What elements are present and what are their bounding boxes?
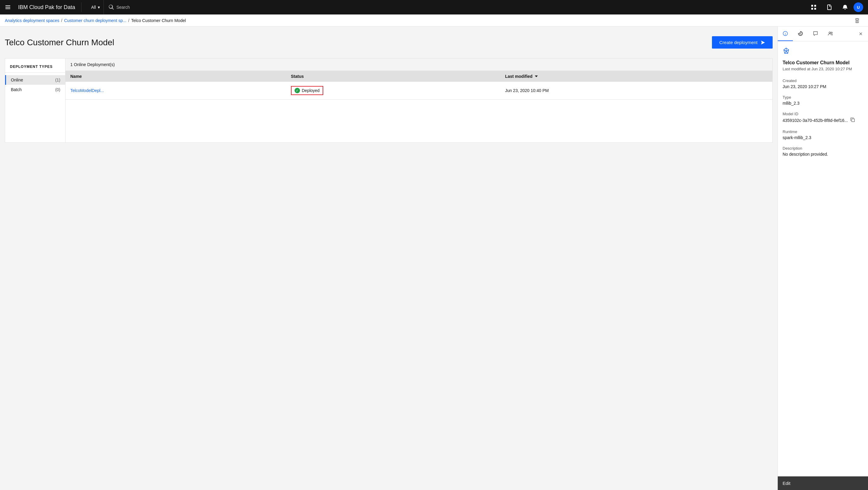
search-icon bbox=[108, 4, 114, 10]
svg-rect-4 bbox=[814, 5, 816, 7]
tab-info[interactable]: i bbox=[778, 27, 793, 41]
top-nav-icon-group: U bbox=[806, 0, 863, 14]
cell-last-modified: Jun 23, 2020 10:40 PM bbox=[500, 82, 772, 100]
panel-field-type: Type mllib_2.3 bbox=[783, 95, 863, 106]
copy-model-id-icon[interactable] bbox=[850, 118, 855, 123]
breadcrumb-sep-1: / bbox=[61, 18, 62, 23]
panel-field-description: Description No description provided. bbox=[783, 146, 863, 157]
breadcrumb-sep-2: / bbox=[128, 18, 129, 23]
page-header: Telco Customer Churn Model Create deploy… bbox=[5, 36, 773, 48]
svg-rect-0 bbox=[5, 5, 10, 6]
page-title: Telco Customer Churn Model bbox=[5, 38, 114, 47]
panel-value-created: Jun 23, 2020 10:27 PM bbox=[783, 84, 863, 89]
status-badge: ✓ Deployed bbox=[291, 86, 323, 95]
panel-field-model-id: Model ID 4359102c-3a70-452b-8f8d-8ef16..… bbox=[783, 111, 863, 123]
sort-down-icon bbox=[534, 74, 538, 78]
send-icon bbox=[761, 40, 765, 45]
top-navigation: IBM Cloud Pak for Data All ▾ Search U bbox=[0, 0, 868, 14]
all-dropdown[interactable]: All ▾ bbox=[88, 0, 104, 14]
tab-users[interactable] bbox=[823, 27, 838, 41]
col-header-name: Name bbox=[65, 71, 286, 82]
notification-icon-btn[interactable] bbox=[838, 0, 852, 14]
deployment-types-sidebar: DEPLOYMENT TYPES Online (1) Batch (0) bbox=[5, 59, 65, 142]
table-area: 1 Online Deployment(s) Name Status bbox=[65, 59, 772, 142]
panel-label-description: Description bbox=[783, 146, 863, 151]
svg-line-13 bbox=[785, 51, 786, 54]
svg-rect-5 bbox=[811, 8, 813, 10]
apps-icon-btn[interactable] bbox=[806, 0, 821, 14]
deployments-table: Name Status Last modified bbox=[65, 71, 772, 100]
panel-field-created: Created Jun 23, 2020 10:27 PM bbox=[783, 78, 863, 89]
svg-rect-3 bbox=[811, 5, 813, 7]
svg-line-14 bbox=[786, 51, 788, 54]
deployment-type-batch[interactable]: Batch (0) bbox=[5, 85, 65, 94]
right-panel: i bbox=[777, 27, 868, 490]
history-icon bbox=[798, 31, 803, 36]
user-avatar[interactable]: U bbox=[854, 2, 863, 12]
col-header-last-modified[interactable]: Last modified bbox=[500, 71, 772, 82]
content-area: Telco Customer Churn Model Create deploy… bbox=[0, 27, 777, 490]
deployment-panel: DEPLOYMENT TYPES Online (1) Batch (0) 1 … bbox=[5, 58, 773, 143]
panel-value-description: No description provided. bbox=[783, 152, 863, 157]
breadcrumb-bar: Analytics deployment spaces / Customer c… bbox=[0, 14, 868, 27]
panel-model-title: Telco Customer Churn Model bbox=[783, 60, 863, 65]
users-icon bbox=[828, 31, 833, 36]
tab-comments[interactable] bbox=[808, 27, 823, 41]
breadcrumb: Analytics deployment spaces / Customer c… bbox=[5, 18, 186, 23]
breadcrumb-link-1[interactable]: Analytics deployment spaces bbox=[5, 18, 59, 23]
delete-button[interactable] bbox=[851, 14, 863, 27]
right-panel-footer: Edit bbox=[778, 476, 868, 490]
status-dot-icon: ✓ bbox=[294, 88, 300, 93]
svg-text:i: i bbox=[785, 32, 786, 36]
dropdown-chevron-icon: ▾ bbox=[98, 5, 100, 10]
svg-rect-6 bbox=[814, 8, 816, 10]
deployment-types-title: DEPLOYMENT TYPES bbox=[5, 65, 65, 72]
breadcrumb-current: Telco Customer Churn Model bbox=[131, 18, 186, 23]
panel-value-model-id: 4359102c-3a70-452b-8f8d-8ef16... bbox=[783, 118, 863, 123]
panel-label-created: Created bbox=[783, 78, 863, 83]
panel-field-runtime: Runtime spark-mllib_2.3 bbox=[783, 129, 863, 140]
nav-divider bbox=[81, 2, 82, 12]
col-header-status: Status bbox=[286, 71, 500, 82]
edit-button[interactable]: Edit bbox=[778, 477, 868, 490]
tab-history[interactable] bbox=[793, 27, 808, 41]
create-deployment-button[interactable]: Create deployment bbox=[712, 36, 773, 48]
hamburger-menu-icon[interactable] bbox=[5, 4, 11, 10]
comment-icon bbox=[813, 31, 818, 36]
close-icon bbox=[858, 31, 863, 36]
deployment-type-online[interactable]: Online (1) bbox=[5, 75, 65, 85]
cell-name: TelcoModelDepl... bbox=[65, 82, 286, 100]
search-label: Search bbox=[117, 5, 130, 10]
breadcrumb-actions bbox=[851, 14, 863, 27]
cell-status: ✓ Deployed bbox=[286, 82, 500, 100]
right-panel-content: Telco Customer Churn Model Last modified… bbox=[778, 41, 868, 476]
search-bar[interactable]: Search bbox=[108, 4, 130, 10]
svg-point-10 bbox=[831, 32, 832, 33]
panel-label-type: Type bbox=[783, 95, 863, 100]
document-icon-btn[interactable] bbox=[822, 0, 837, 14]
deployment-name-link[interactable]: TelcoModelDepl... bbox=[70, 88, 104, 93]
panel-value-runtime: spark-mllib_2.3 bbox=[783, 135, 863, 140]
svg-rect-1 bbox=[5, 7, 10, 7]
table-summary: 1 Online Deployment(s) bbox=[65, 59, 772, 71]
right-panel-close-button[interactable] bbox=[854, 27, 868, 41]
panel-label-runtime: Runtime bbox=[783, 129, 863, 134]
breadcrumb-link-2[interactable]: Customer churn deployment sp... bbox=[64, 18, 126, 23]
svg-rect-15 bbox=[852, 119, 855, 122]
table-row: TelcoModelDepl... ✓ Deployed Jun 23, 202… bbox=[65, 82, 772, 100]
app-brand: IBM Cloud Pak for Data bbox=[18, 4, 75, 10]
info-icon: i bbox=[783, 31, 788, 36]
panel-value-type: mllib_2.3 bbox=[783, 101, 863, 106]
model-gem-icon bbox=[783, 47, 863, 57]
right-panel-tabs: i bbox=[778, 27, 868, 41]
svg-point-9 bbox=[829, 32, 831, 33]
deployment-types-divider bbox=[5, 72, 65, 73]
main-layout: Telco Customer Churn Model Create deploy… bbox=[0, 27, 868, 490]
panel-last-modified: Last modified at Jun 23, 2020 10:27 PM bbox=[783, 67, 863, 71]
svg-rect-2 bbox=[5, 8, 10, 9]
panel-label-model-id: Model ID bbox=[783, 111, 863, 116]
